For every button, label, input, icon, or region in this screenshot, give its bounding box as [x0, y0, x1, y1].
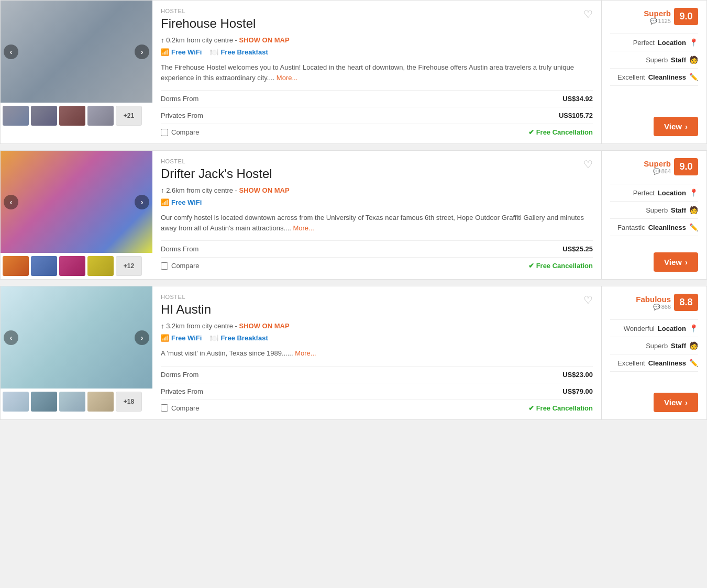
- rating-attribute-label: Superb: [646, 206, 668, 214]
- description-more-link[interactable]: More...: [277, 74, 297, 82]
- hostel-name[interactable]: Drifter Jack's Hostel: [161, 167, 272, 181]
- rating-attribute-value: Staff: [671, 56, 686, 64]
- thumbnail-image[interactable]: [3, 392, 29, 412]
- dorms-label: Dorms From: [161, 245, 198, 253]
- hostel-name[interactable]: HI Austin: [161, 302, 211, 317]
- thumbnail-row: +21: [1, 103, 152, 129]
- rating-attribute-value: Location: [658, 39, 686, 47]
- rating-details: Perfect Location📍Superb Staff🧑Excellent …: [610, 34, 698, 86]
- show-on-map-link[interactable]: SHOW ON MAP: [239, 36, 290, 44]
- rating-attribute-value: Cleanliness: [648, 73, 686, 81]
- show-on-map-link[interactable]: SHOW ON MAP: [239, 322, 290, 330]
- thumbnail-image[interactable]: [87, 256, 114, 276]
- comment-icon: 💬: [653, 168, 660, 175]
- thumbnail-image[interactable]: [59, 392, 85, 412]
- dorms-price-row: Dorms FromUS$34.92: [161, 91, 593, 107]
- card-info-section: HOSTELFirehouse Hostel♡↑ 0.2km from city…: [152, 1, 602, 143]
- compare-checkbox-label[interactable]: Compare: [161, 262, 199, 270]
- show-on-map-link[interactable]: SHOW ON MAP: [239, 186, 290, 194]
- dorms-price-row: Dorms FromUS$25.25: [161, 241, 593, 258]
- amenities-list: 📶Free WiFi🍽️Free Breakfast: [161, 48, 593, 56]
- dorms-price-row: Dorms FromUS$23.00: [161, 367, 593, 383]
- rating-text-col: Fabulous💬 866: [636, 295, 671, 310]
- thumbnail-more-button[interactable]: +12: [116, 256, 142, 276]
- amenity-item: 📶Free WiFi: [161, 334, 202, 342]
- rating-attribute-item: Superb Staff🧑: [610, 202, 698, 219]
- thumbnail-image[interactable]: [31, 106, 57, 126]
- compare-checkbox-label[interactable]: Compare: [161, 128, 199, 136]
- view-label: View: [664, 258, 682, 267]
- direction-icon: ↑: [161, 322, 166, 330]
- thumbnail-image[interactable]: [31, 256, 57, 276]
- thumbnail-more-button[interactable]: +21: [116, 106, 142, 126]
- compare-checkbox[interactable]: [161, 404, 168, 412]
- view-button[interactable]: View ›: [654, 393, 698, 412]
- rating-attribute-label: Excellent: [617, 359, 645, 367]
- amenities-list: 📶Free WiFi: [161, 198, 593, 206]
- compare-label-text: Compare: [171, 404, 199, 412]
- hostel-name[interactable]: Firehouse Hostel: [161, 16, 256, 31]
- amenity-label: Free WiFi: [171, 198, 202, 206]
- review-count: 💬 1125: [650, 18, 671, 25]
- cleanliness-icon: ✏️: [689, 223, 698, 231]
- main-image: ‹›: [1, 151, 152, 253]
- main-image: ‹›: [1, 286, 152, 389]
- thumbnail-image[interactable]: [3, 256, 29, 276]
- thumbnail-image[interactable]: [59, 256, 85, 276]
- rating-attribute-value: Staff: [671, 342, 686, 350]
- type-name-block: HOSTELFirehouse Hostel: [161, 8, 256, 34]
- card-bottom-row: Compare✔ Free Cancellation: [161, 124, 593, 136]
- description-more-link[interactable]: More...: [295, 349, 316, 357]
- wifi-icon: 📶: [161, 334, 169, 342]
- card-header: HOSTELFirehouse Hostel♡: [161, 8, 593, 34]
- favorite-button[interactable]: ♡: [583, 158, 593, 171]
- rating-attribute-item: Perfect Location📍: [610, 34, 698, 51]
- favorite-button[interactable]: ♡: [583, 294, 593, 306]
- rating-label: Fabulous: [636, 295, 671, 304]
- rating-attribute-label: Wonderful: [624, 325, 655, 332]
- description-more-link[interactable]: More...: [293, 224, 314, 232]
- thumbnail-image[interactable]: [87, 392, 114, 412]
- thumbnail-image[interactable]: [31, 392, 57, 412]
- prev-image-button[interactable]: ‹: [4, 330, 18, 345]
- rating-attribute-label: Superb: [646, 342, 668, 350]
- pricing-section: Dorms FromUS$25.25Compare✔ Free Cancella…: [161, 240, 593, 270]
- view-button[interactable]: View ›: [654, 252, 698, 272]
- rating-text-col: Superb💬 864: [644, 159, 671, 175]
- prev-image-button[interactable]: ‹: [4, 195, 18, 209]
- comment-icon: 💬: [650, 18, 657, 25]
- card-rating-section: Superb💬 8649.0Perfect Location📍Superb St…: [602, 151, 706, 279]
- amenity-item: 📶Free WiFi: [161, 198, 202, 206]
- compare-checkbox[interactable]: [161, 262, 168, 270]
- compare-checkbox-label[interactable]: Compare: [161, 404, 199, 412]
- card-info-section: HOSTELDrifter Jack's Hostel♡↑ 2.6km from…: [152, 151, 602, 279]
- next-image-button[interactable]: ›: [135, 330, 149, 345]
- view-button[interactable]: View ›: [654, 117, 698, 136]
- privates-price-row: Privates FromUS$79.00: [161, 383, 593, 400]
- thumbnail-image[interactable]: [87, 106, 114, 126]
- thumbnail-image[interactable]: [59, 106, 85, 126]
- thumbnail-more-button[interactable]: +18: [116, 392, 142, 412]
- rating-attribute-label: Excellent: [617, 73, 645, 81]
- next-image-button[interactable]: ›: [135, 195, 149, 209]
- compare-checkbox[interactable]: [161, 129, 168, 136]
- rating-badge: 8.8: [674, 294, 698, 311]
- compare-label-text: Compare: [171, 128, 199, 136]
- rating-attribute-label: Perfect: [633, 189, 655, 197]
- next-image-button[interactable]: ›: [135, 45, 149, 59]
- check-icon: ✔: [528, 128, 534, 136]
- pricing-section: Dorms FromUS$23.00Privates FromUS$79.00C…: [161, 366, 593, 412]
- card-bottom-row: Compare✔ Free Cancellation: [161, 258, 593, 270]
- rating-attribute-value: Staff: [671, 206, 686, 214]
- free-cancellation-label: ✔ Free Cancellation: [528, 262, 593, 270]
- rating-attribute-label: Perfect: [633, 39, 655, 47]
- prev-image-button[interactable]: ‹: [4, 45, 18, 59]
- cleanliness-icon: ✏️: [689, 359, 698, 367]
- main-image: ‹›: [1, 1, 152, 103]
- privates-label: Privates From: [161, 387, 203, 395]
- rating-attribute-item: Excellent Cleanliness✏️: [610, 354, 698, 372]
- rating-attribute-value: Location: [658, 325, 686, 332]
- distance-text: 3.2km from city centre -: [166, 322, 239, 330]
- favorite-button[interactable]: ♡: [583, 8, 593, 20]
- thumbnail-image[interactable]: [3, 106, 29, 126]
